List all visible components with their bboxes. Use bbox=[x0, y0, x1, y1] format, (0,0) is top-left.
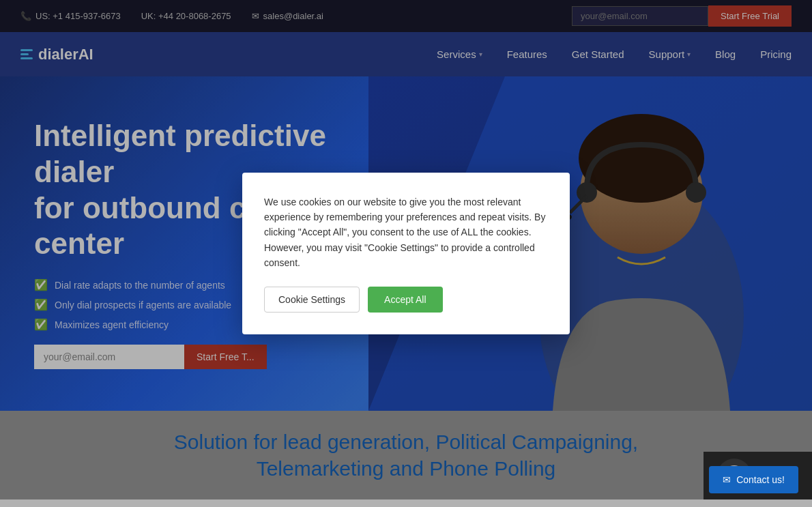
cookie-settings-button[interactable]: Cookie Settings bbox=[264, 287, 360, 313]
cookie-modal: We use cookies on our website to give yo… bbox=[242, 173, 570, 335]
cookie-message: We use cookies on our website to give yo… bbox=[264, 194, 548, 271]
modal-overlay: We use cookies on our website to give yo… bbox=[0, 0, 812, 507]
accept-all-button[interactable]: Accept All bbox=[368, 287, 442, 313]
cookie-buttons: Cookie Settings Accept All bbox=[264, 287, 548, 313]
envelope-icon: ✉ bbox=[723, 474, 731, 485]
contact-us-button[interactable]: ✉ Contact us! bbox=[709, 466, 798, 493]
